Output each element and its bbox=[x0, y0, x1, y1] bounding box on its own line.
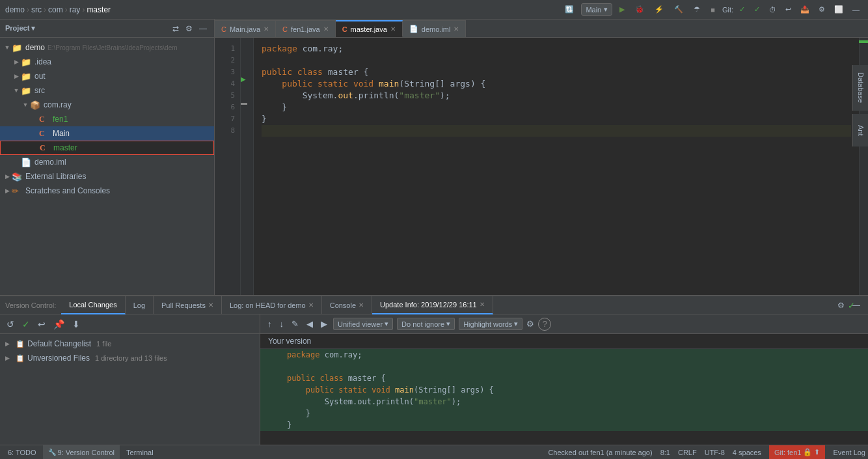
git-check-button[interactable]: ✓ bbox=[736, 4, 748, 15]
vc-revert-btn[interactable]: ↩ bbox=[35, 318, 48, 331]
tab-main-java[interactable]: C Main.java ✕ bbox=[215, 20, 276, 37]
tree-item-main[interactable]: C Main bbox=[0, 126, 214, 141]
status-line-ending[interactable]: CRLF bbox=[678, 449, 697, 456]
build-button[interactable]: 🔨 bbox=[671, 4, 686, 15]
tree-item-idea[interactable]: ▶ 📁 .idea bbox=[0, 55, 214, 69]
run-config-selector[interactable]: Main ▾ bbox=[581, 3, 612, 16]
breadcrumb-master[interactable]: master bbox=[87, 5, 111, 14]
vc-checkmark-btn[interactable]: ✓ bbox=[20, 318, 33, 331]
diff-ignore-selector[interactable]: Do not ignore ▾ bbox=[397, 318, 455, 330]
diff-up-btn[interactable]: ↑ bbox=[265, 318, 274, 330]
tree-item-scratches[interactable]: ▶ ✏ Scratches and Consoles bbox=[0, 184, 214, 198]
diff-toolbar: ↑ ↓ ✎ ◀ ▶ Unified viewer ▾ Do not ignore… bbox=[260, 314, 868, 334]
fold-gutter-icon[interactable]: ▬ bbox=[241, 99, 247, 106]
tab-close-demo-iml[interactable]: ✕ bbox=[454, 25, 459, 33]
tree-label-main: Main bbox=[53, 129, 70, 138]
pull-requests-close[interactable]: ✕ bbox=[208, 301, 213, 309]
breadcrumb-ray[interactable]: ray bbox=[70, 5, 81, 14]
status-tab-terminal[interactable]: Terminal bbox=[121, 445, 159, 460]
git-push-button[interactable]: 📤 bbox=[797, 4, 813, 15]
status-encoding[interactable]: UTF-8 bbox=[705, 449, 725, 456]
code-content[interactable]: package com.ray; public class master { p… bbox=[254, 38, 859, 295]
diff-unified-viewer[interactable]: Unified viewer ▾ bbox=[333, 318, 393, 330]
diff-back-btn[interactable]: ◀ bbox=[305, 318, 315, 330]
tree-item-fen1[interactable]: C fen1 bbox=[0, 112, 214, 126]
diff-line-1: package com.ray; bbox=[260, 349, 868, 361]
debug-button[interactable]: 🐞 bbox=[632, 4, 647, 15]
status-git-branch[interactable]: Git: fen1 🔒 ⬆ bbox=[769, 445, 826, 460]
diff-help-btn[interactable]: ? bbox=[538, 318, 551, 331]
code-line-3: public class master { bbox=[262, 66, 851, 78]
tree-arrow-scratches: ▶ bbox=[3, 188, 12, 194]
status-tab-version-control[interactable]: 🔧 9: Version Control bbox=[43, 445, 120, 460]
tab-master-java[interactable]: C master.java ✕ bbox=[336, 20, 403, 37]
diff-forward-btn[interactable]: ▶ bbox=[319, 318, 329, 330]
panel-settings-btn[interactable]: ⚙ bbox=[183, 23, 195, 34]
ant-tab[interactable]: Ant bbox=[852, 114, 868, 146]
stop-button[interactable]: ■ bbox=[707, 5, 718, 15]
console-close[interactable]: ✕ bbox=[359, 301, 364, 309]
git-maximize-button[interactable]: ⬜ bbox=[831, 4, 847, 15]
tab-close-master[interactable]: ✕ bbox=[390, 25, 396, 33]
log-head-close[interactable]: ✕ bbox=[308, 301, 314, 309]
vc-pin-btn[interactable]: 📌 bbox=[51, 318, 67, 331]
diff-line-6: } bbox=[260, 408, 868, 419]
diff-content[interactable]: package com.ray; public class master { p… bbox=[260, 349, 868, 445]
database-tab[interactable]: Database bbox=[852, 65, 868, 111]
git-revert-button[interactable]: ↩ bbox=[782, 4, 794, 15]
git-history-button[interactable]: ⏱ bbox=[766, 5, 780, 15]
vc-group-unversioned[interactable]: ▶ 📋 Unversioned Files 1 directory and 13… bbox=[0, 351, 260, 365]
java-tab-icon-master: C bbox=[342, 25, 347, 33]
bottom-settings-btn[interactable]: ⚙ bbox=[835, 299, 847, 311]
git-ok-button[interactable]: ✓ bbox=[751, 4, 763, 15]
tree-item-src[interactable]: ▼ 📁 src bbox=[0, 83, 214, 98]
bottom-content: ↺ ✓ ↩ 📌 ⬇ ▶ 📋 Default Changelist 1 file … bbox=[0, 314, 868, 445]
bottom-tab-log-head[interactable]: Log: on HEAD for demo ✕ bbox=[222, 296, 322, 314]
status-tab-todo[interactable]: 6: TODO bbox=[3, 445, 42, 460]
breadcrumb-com[interactable]: com bbox=[48, 5, 63, 14]
status-tab-todo-label: 6: TODO bbox=[8, 449, 36, 456]
bottom-tab-local-changes[interactable]: Local Changes bbox=[61, 296, 125, 314]
vc-refresh-btn[interactable]: ↺ bbox=[4, 318, 17, 331]
tree-item-com-ray[interactable]: ▼ 📦 com.ray bbox=[0, 98, 214, 112]
status-indent[interactable]: 4 spaces bbox=[733, 449, 761, 456]
tab-fen1-java[interactable]: C fen1.java ✕ bbox=[276, 20, 336, 37]
tree-label-src: src bbox=[34, 86, 45, 95]
bottom-tab-log[interactable]: Log bbox=[126, 296, 154, 314]
tree-item-out[interactable]: ▶ 📁 out bbox=[0, 69, 214, 83]
tab-close-fen1[interactable]: ✕ bbox=[323, 25, 329, 33]
run-gutter-icon[interactable]: ▶ bbox=[241, 76, 246, 83]
diff-edit-btn[interactable]: ✎ bbox=[290, 318, 301, 330]
code-line-4: public static void main(String[] args) { bbox=[262, 78, 851, 90]
bottom-tab-update-info[interactable]: Update Info: 2019/12/29 16:11 ✕ bbox=[372, 296, 493, 314]
tree-label-demo: demo bbox=[25, 43, 45, 52]
tab-close-main[interactable]: ✕ bbox=[264, 25, 269, 33]
status-tab-terminal-label: Terminal bbox=[126, 449, 154, 456]
diff-highlight-selector[interactable]: Highlight words ▾ bbox=[459, 318, 522, 330]
vc-down-btn[interactable]: ⬇ bbox=[70, 318, 83, 331]
chevron-down-icon: ▾ bbox=[604, 5, 608, 14]
diff-down-btn[interactable]: ↓ bbox=[278, 318, 286, 330]
run-button[interactable]: ▶ bbox=[616, 4, 628, 15]
tab-demo-iml[interactable]: 📄 demo.iml ✕ bbox=[403, 20, 467, 37]
update-info-close[interactable]: ✕ bbox=[480, 301, 485, 308]
coverage-button[interactable]: ☂ bbox=[690, 4, 703, 15]
diff-settings-btn[interactable]: ⚙ bbox=[526, 319, 534, 329]
panel-sync-btn[interactable]: ⇄ bbox=[170, 23, 181, 34]
tree-item-demo[interactable]: ▼ 📁 demo E:\Program Files\JetBrains\Idea… bbox=[0, 40, 214, 55]
git-settings-button[interactable]: ⚙ bbox=[815, 4, 828, 15]
vc-group-default[interactable]: ▶ 📋 Default Changelist 1 file bbox=[0, 337, 260, 351]
tree-item-master[interactable]: C master bbox=[0, 141, 214, 155]
sync-button[interactable]: 🔃 bbox=[562, 4, 577, 15]
event-log-label[interactable]: Event Log bbox=[833, 449, 865, 456]
tree-item-demo-iml[interactable]: 📄 demo.iml bbox=[0, 155, 214, 169]
profile-button[interactable]: ⚡ bbox=[651, 4, 667, 15]
breadcrumb-demo[interactable]: demo bbox=[5, 5, 25, 14]
panel-minimize-btn[interactable]: — bbox=[197, 23, 209, 34]
status-position[interactable]: 8:1 bbox=[660, 449, 670, 456]
bottom-tab-pull-requests[interactable]: Pull Requests ✕ bbox=[154, 296, 222, 314]
tree-item-ext-libs[interactable]: ▶ 📚 External Libraries bbox=[0, 169, 214, 184]
breadcrumb-src[interactable]: src bbox=[31, 5, 42, 14]
bottom-tab-console[interactable]: Console ✕ bbox=[322, 296, 372, 314]
git-minimize-button[interactable]: — bbox=[849, 5, 863, 15]
